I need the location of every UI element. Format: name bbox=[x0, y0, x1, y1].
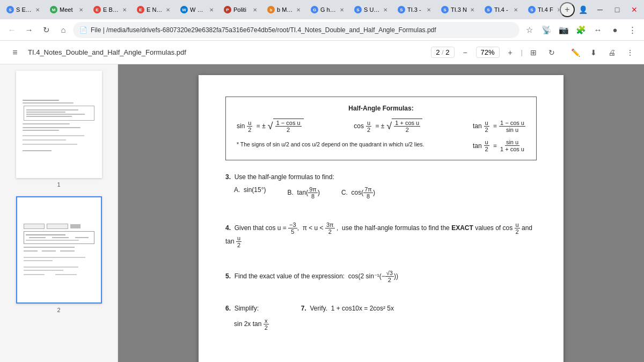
tab-t3[interactable]: E E Bianu ✕ bbox=[89, 1, 132, 18]
minimize-button[interactable]: ─ bbox=[592, 2, 608, 17]
tab-label: TI.4 F bbox=[538, 6, 554, 13]
zoom-level: 72% bbox=[481, 48, 495, 56]
tab-label: S Englis bbox=[16, 6, 32, 13]
tab-close-button[interactable]: ✕ bbox=[208, 6, 215, 14]
download-button[interactable]: ⬇ bbox=[586, 45, 601, 60]
tab-t6[interactable]: P Politi ✕ bbox=[219, 1, 262, 18]
tab-t13[interactable]: S TI.4 F ✕ bbox=[524, 1, 559, 18]
problem-3-subproblems: A. sin(15°) B. tan(9π8) C. cos(7π8) bbox=[225, 186, 537, 200]
thumbnail-sidebar: 1 bbox=[0, 64, 118, 362]
tab-label: E Bianu bbox=[103, 6, 119, 13]
tab-t5[interactable]: W W Carto ✕ bbox=[176, 1, 219, 18]
more-options-button[interactable]: ⋮ bbox=[623, 45, 638, 60]
home-button[interactable]: ⌂ bbox=[56, 23, 71, 38]
tan-frac-2: u 2 bbox=[484, 139, 489, 152]
tab-close-button[interactable]: ✕ bbox=[556, 6, 559, 14]
tab-close-button[interactable]: ✕ bbox=[34, 6, 41, 14]
zoom-in-button[interactable]: + bbox=[503, 45, 518, 60]
zoom-out-button[interactable]: − bbox=[458, 45, 473, 60]
close-window-button[interactable]: ✕ bbox=[627, 2, 642, 17]
tab-favicon: S bbox=[398, 6, 405, 13]
tab-label: Meet bbox=[60, 6, 76, 13]
tab-close-button[interactable]: ✕ bbox=[78, 6, 84, 14]
formula-box: Half-Angle Formulas: sin u 2 = ± √ bbox=[225, 97, 537, 160]
formula-row-1: sin u 2 = ± √ 1 − cos u 2 bbox=[237, 119, 525, 134]
screenshots-button[interactable]: 📷 bbox=[556, 23, 571, 38]
bookmark-button[interactable]: ☆ bbox=[522, 23, 537, 38]
tab-t4[interactable]: E E Night ✕ bbox=[133, 1, 175, 18]
problem-7: 7. Verify. 1 + cos10x = 2cos² 5x bbox=[301, 305, 394, 331]
tab-favicon: S bbox=[528, 6, 536, 13]
cast-button[interactable]: 📡 bbox=[539, 23, 554, 38]
main-area: 1 bbox=[0, 64, 644, 362]
problem-3c: C. cos(7π8) bbox=[341, 186, 375, 200]
tab-t2[interactable]: M Meet ✕ bbox=[46, 1, 89, 18]
thumbnail-page-1[interactable]: 1 bbox=[6, 71, 111, 188]
thumbnail-page-2[interactable]: 2 bbox=[6, 196, 111, 313]
current-page: 2 bbox=[436, 48, 440, 56]
sin-frac: u 2 bbox=[247, 120, 252, 133]
tab-close-button[interactable]: ✕ bbox=[426, 6, 432, 14]
tab-close-button[interactable]: ✕ bbox=[165, 6, 171, 14]
thumb-label-1: 1 bbox=[57, 181, 60, 188]
problem-3-header: 3. Use the half-angle formulas to find: bbox=[225, 173, 537, 181]
pdf-page: Half-Angle Formulas: sin u 2 = ± √ bbox=[199, 75, 564, 362]
problems-6-7-row: 6. Simplify: sin 2x tan x2 7. Verify. 1 … bbox=[225, 305, 537, 331]
tab-label: TI.4 - bbox=[494, 6, 510, 13]
tab-close-button[interactable]: ✕ bbox=[295, 6, 302, 14]
tab-favicon: W bbox=[180, 6, 188, 13]
profile-button[interactable]: 👤 bbox=[575, 2, 590, 17]
menu-button[interactable]: ⋮ bbox=[625, 23, 640, 38]
problem-5: 5. Find the exact value of the expressio… bbox=[225, 270, 537, 283]
tab-close-button[interactable]: ✕ bbox=[469, 6, 475, 14]
tab-close-button[interactable]: ✕ bbox=[252, 6, 258, 14]
tab-close-button[interactable]: ✕ bbox=[513, 6, 519, 14]
reload-button[interactable]: ↻ bbox=[39, 23, 54, 38]
tab-favicon: S bbox=[485, 6, 492, 13]
tab-label: TI.3 N bbox=[451, 6, 467, 13]
problem-4-header: 4. Given that cos u = −35, π < u < 3π2 ,… bbox=[225, 221, 537, 248]
address-bar: ← → ↻ ⌂ 📄 File | /media/fuse/drivefs-680… bbox=[0, 19, 644, 41]
tab-t7[interactable]: b b My Ti ✕ bbox=[263, 1, 306, 18]
problem-7-header: 7. Verify. 1 + cos10x = 2cos² 5x bbox=[301, 305, 394, 312]
maximize-button[interactable]: □ bbox=[610, 2, 625, 17]
pdf-toolbar-right: ✏️ ⬇ 🖨 ⋮ bbox=[568, 45, 638, 60]
forward-button[interactable]: → bbox=[21, 23, 36, 38]
url-box[interactable]: 📄 File | /media/fuse/drivefs-6807320e29e… bbox=[73, 22, 519, 38]
problem-5-header: 5. Find the exact value of the expressio… bbox=[225, 270, 537, 283]
tab-close-button[interactable]: ✕ bbox=[339, 6, 345, 14]
url-text: File | /media/fuse/drivefs-6807320e29e63… bbox=[91, 26, 513, 34]
problem-3b: B. tan(9π8) bbox=[287, 186, 319, 200]
tab-t12[interactable]: S TI.4 - ✕ bbox=[480, 1, 523, 18]
tab-t1[interactable]: S S Englis ✕ bbox=[2, 1, 45, 18]
tab-t9[interactable]: S S Unit 5 ✕ bbox=[350, 1, 393, 18]
edit-button[interactable]: ✏️ bbox=[568, 45, 583, 60]
page-display[interactable]: 2 / 2 bbox=[431, 47, 454, 58]
tab-label: W Carto bbox=[190, 6, 206, 13]
print-button[interactable]: 🖨 bbox=[604, 45, 619, 60]
tab-t8[interactable]: G G how t ✕ bbox=[306, 1, 349, 18]
cos-sqrt: √ 1 + cos u 2 bbox=[386, 119, 422, 134]
extension-button[interactable]: 🧩 bbox=[573, 23, 588, 38]
problem-3: 3. Use the half-angle formulas to find: … bbox=[225, 173, 537, 200]
account-button[interactable]: ● bbox=[608, 23, 623, 38]
tab-label: TI.3 - bbox=[407, 6, 423, 13]
tab-close-button[interactable]: ✕ bbox=[121, 6, 128, 14]
tab-label: b My Ti bbox=[277, 6, 293, 13]
problem-4: 4. Given that cos u = −35, π < u < 3π2 ,… bbox=[225, 221, 537, 248]
tab-t11[interactable]: S TI.3 N ✕ bbox=[437, 1, 480, 18]
problem-6: 6. Simplify: sin 2x tan x2 bbox=[225, 305, 269, 331]
problem-3a: A. sin(15°) bbox=[234, 186, 266, 200]
pdf-area[interactable]: Half-Angle Formulas: sin u 2 = ± √ bbox=[118, 64, 644, 362]
rotate-button[interactable]: ↻ bbox=[544, 45, 559, 60]
tab-close-button[interactable]: ✕ bbox=[382, 6, 389, 14]
new-tab-button[interactable]: + bbox=[560, 2, 575, 17]
tab-t10[interactable]: S TI.3 - ✕ bbox=[393, 1, 436, 18]
sidebar-toggle-button[interactable]: ≡ bbox=[6, 44, 24, 61]
sync-button[interactable]: ↔ bbox=[590, 23, 605, 38]
fit-page-button[interactable]: ⊞ bbox=[526, 45, 541, 60]
total-pages: 2 bbox=[445, 48, 449, 56]
zoom-display[interactable]: 72% bbox=[476, 47, 500, 58]
back-button[interactable]: ← bbox=[4, 23, 19, 38]
tab-label: S Unit 5 bbox=[364, 6, 380, 13]
